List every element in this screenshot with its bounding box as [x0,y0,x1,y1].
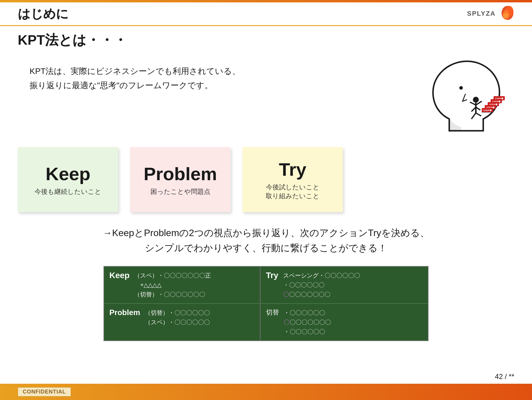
keep-label: Keep [46,163,90,184]
switch-table-label: 切替 [266,308,279,317]
try-table-label: Try [266,271,278,280]
problem-card: Problem 困ったことや問題点 [130,147,231,212]
problem-table-cell: Problem （切替）・〇〇〇〇〇〇 （スペ）・〇〇〇〇〇〇 [104,304,260,341]
keep-table-label: Keep [109,271,129,280]
description-area: KPT法は、実際にビジネスシーンでも利用されている、 振り返りに最適な"思考"の… [18,58,514,135]
top-decorative-bar [0,0,532,2]
try-row3: 〇〇〇〇〇〇〇〇 [283,290,360,299]
head-illustration: STEP❹ STEP❸ STEP❸ STEP❷ STEP❶ [420,58,514,135]
try-row1: スペーシング・〇〇〇〇〇〇 [283,271,360,280]
kpt-right-panel: Try スペーシング・〇〇〇〇〇〇 ・〇〇〇〇〇〇 〇〇〇〇〇〇〇〇 切替 [261,267,428,341]
keep-card: Keep 今後も継続したいこと [18,147,118,212]
svg-point-5 [473,97,479,103]
try-sublabel2: 取り組みたいこと [266,192,319,201]
keep-row2: （切替）・〇〇〇〇〇〇〇 [134,290,211,299]
svg-line-9 [471,113,476,119]
svg-line-10 [476,113,481,116]
splyza-logo-icon [498,5,514,22]
desc-line1: KPT法は、実際にビジネスシーンでも利用されている、 [30,64,420,78]
page-number: 42 / ** [495,372,514,381]
kpt-cards-row: Keep 今後も継続したいこと Problem 困ったことや問題点 Try 今後… [18,147,514,212]
keep-sublabel: 今後も継続したいこと [35,187,101,196]
kpt-subtitle: KPT法とは・・・ [18,31,514,49]
problem-sublabel: 困ったことや問題点 [150,187,210,196]
switch-table-cell: 切替 ・〇〇〇〇〇〇 〇〇〇〇〇〇〇〇 ・〇〇〇〇〇〇 [261,304,428,341]
problem-table-label: Problem [109,308,140,317]
summary-line1: →KeepとProblemの2つの視点から振り返り、次のアクションTryを決める… [18,225,514,241]
problem-row1: （切替）・〇〇〇〇〇〇 [145,308,210,317]
keep-row1: （スペ）・〇〇〇〇〇〇〇正 [134,271,211,280]
confidential-badge: CONFIDENTIAL [18,387,71,396]
try-card: Try 今後試したいこと 取り組みたいこと [242,147,343,212]
problem-label: Problem [144,163,217,184]
main-content: KPT法とは・・・ KPT法は、実際にビジネスシーンでも利用されている、 振り返… [18,28,514,382]
try-sublabel1: 今後試したいこと [266,183,319,192]
slide-footer: CONFIDENTIAL [0,384,532,400]
slide-title: はじめに [18,6,69,22]
svg-point-3 [503,13,508,18]
switch-row1: ・〇〇〇〇〇〇 [284,308,331,317]
try-label: Try [279,159,306,180]
kpt-table: Keep （スペ）・〇〇〇〇〇〇〇正 +△△△△ （切替）・〇〇〇〇〇〇〇 Pr… [103,266,429,341]
description-text: KPT法は、実際にビジネスシーンでも利用されている、 振り返りに最適な"思考"の… [18,58,420,92]
keep-table-cell: Keep （スペ）・〇〇〇〇〇〇〇正 +△△△△ （切替）・〇〇〇〇〇〇〇 [104,267,260,304]
switch-row2: 〇〇〇〇〇〇〇〇 [284,317,331,327]
desc-line2: 振り返りに最適な"思考"のフレームワークです。 [30,78,420,93]
try-table-cell: Try スペーシング・〇〇〇〇〇〇 ・〇〇〇〇〇〇 〇〇〇〇〇〇〇〇 [261,267,428,304]
keep-row1b: +△△△△ [134,280,211,290]
svg-point-4 [459,86,463,90]
logo-area: SPLYZA [467,5,514,22]
svg-text:STEP❶: STEP❶ [483,109,492,112]
kpt-table-area: Keep （スペ）・〇〇〇〇〇〇〇正 +△△△△ （切替）・〇〇〇〇〇〇〇 Pr… [18,266,514,341]
switch-row3: ・〇〇〇〇〇〇 [284,327,331,336]
try-row2: ・〇〇〇〇〇〇 [283,280,360,290]
summary-line2: シンプルでわかりやすく、行動に繋げることができる！ [18,241,514,256]
logo-text: SPLYZA [467,10,496,17]
summary-text: →KeepとProblemの2つの視点から振り返り、次のアクションTryを決める… [18,225,514,256]
kpt-left-panel: Keep （スペ）・〇〇〇〇〇〇〇正 +△△△△ （切替）・〇〇〇〇〇〇〇 Pr… [104,267,260,341]
slide-header: はじめに SPLYZA [0,2,532,26]
problem-row2: （スペ）・〇〇〇〇〇〇 [145,317,210,327]
